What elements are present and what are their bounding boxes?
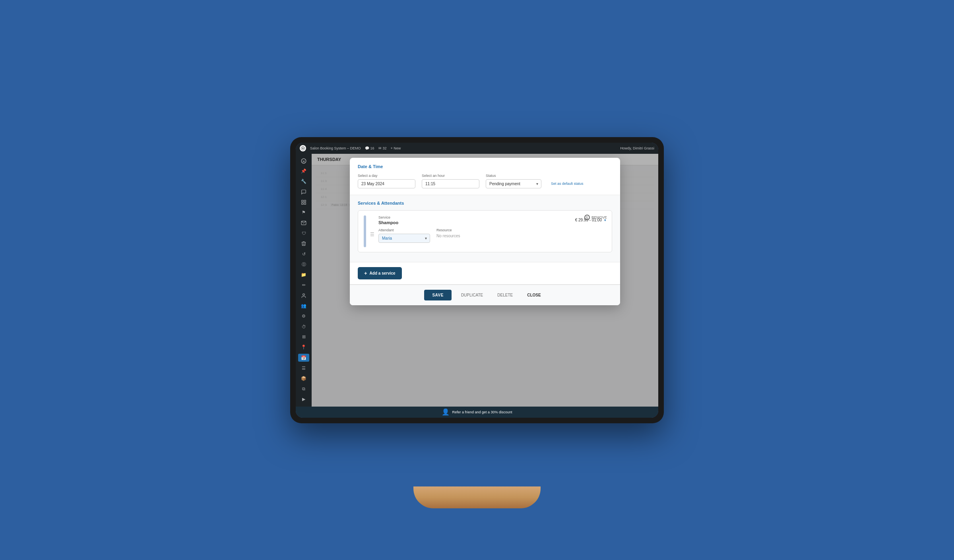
remove-circle-icon: ✕: [584, 215, 590, 220]
svg-text:W: W: [302, 147, 304, 149]
wp-admin-bar: W Salon Booking System – DEMO 💬 16 ✉ 32 …: [296, 143, 658, 154]
sidebar-icon-user[interactable]: [298, 292, 309, 300]
plus-icon: +: [364, 270, 367, 276]
modal-overlay: Date & Time Select a day Select an hour: [312, 154, 658, 407]
sidebar-icon-circle[interactable]: ⓪: [298, 260, 309, 268]
messages-count[interactable]: ✉ 32: [378, 146, 387, 150]
attendant-select[interactable]: Maria Pablo: [378, 234, 430, 243]
add-service-button[interactable]: + Add a service: [358, 267, 402, 279]
delete-button[interactable]: DELETE: [493, 290, 518, 300]
sidebar-icon-settings[interactable]: ⚙: [298, 312, 309, 320]
duplicate-button[interactable]: DUPLICATE: [456, 290, 488, 300]
service-color-bar: [364, 215, 366, 247]
resource-group: Resource No resources: [436, 228, 460, 243]
svg-rect-5: [304, 200, 306, 202]
status-select[interactable]: Pending payment Confirmed Cancelled: [486, 179, 541, 188]
sidebar-icon-flag[interactable]: ⚑: [298, 209, 309, 217]
sidebar-icon-marker[interactable]: 📍: [298, 343, 309, 351]
sidebar: W 📌 🔧 ⚑ 🛡: [296, 154, 312, 407]
comments-count[interactable]: 💬 16: [365, 146, 374, 150]
wp-logo-icon: W: [300, 145, 306, 151]
new-item[interactable]: + New: [391, 146, 401, 150]
attendant-label: Attendant: [378, 228, 430, 232]
select-day-label: Select a day: [358, 174, 415, 178]
set-default-link[interactable]: Set as default status: [551, 182, 584, 186]
drag-handle-icon[interactable]: ☰: [370, 232, 374, 237]
select-day-input[interactable]: [358, 179, 415, 188]
sidebar-icon-comments[interactable]: [298, 188, 309, 196]
service-card: ☰ Service Shampoo €: [358, 210, 612, 252]
sidebar-icon-clock[interactable]: ⏱: [298, 323, 309, 331]
select-day-group: Select a day: [358, 174, 415, 188]
sidebar-icon-table[interactable]: ⊞: [298, 333, 309, 341]
date-time-section: Date & Time Select a day Select an hour: [350, 158, 620, 195]
sidebar-icon-box[interactable]: 📦: [298, 374, 309, 382]
howdy-text: Howdy, Dimitri Grassi: [620, 146, 654, 150]
sidebar-icon-copy[interactable]: ⧉: [298, 385, 309, 393]
resource-value: No resources: [436, 234, 460, 238]
attendant-group: Attendant Maria Pablo: [378, 228, 430, 243]
sidebar-icon-pin[interactable]: 📌: [298, 167, 309, 175]
sidebar-icon-refresh[interactable]: ↺: [298, 250, 309, 258]
status-label: Status: [486, 174, 541, 178]
service-name: Shampoo: [378, 220, 398, 225]
modal-footer: SAVE DUPLICATE DELETE CLOSE: [350, 285, 620, 305]
date-time-title: Date & Time: [358, 164, 612, 169]
sidebar-icon-mail[interactable]: [298, 219, 309, 227]
save-button[interactable]: SAVE: [424, 290, 452, 300]
add-service-section: + Add a service: [350, 262, 620, 285]
select-hour-group: Select an hour: [422, 174, 479, 188]
site-name[interactable]: Salon Booking System – DEMO: [310, 146, 361, 150]
services-section: Services & Attendants ☰ S: [350, 195, 620, 262]
sidebar-icon-pencil[interactable]: ✏: [298, 281, 309, 289]
status-group: Status Pending payment Confirmed Cancell…: [486, 174, 541, 188]
sidebar-icon-folder[interactable]: 📁: [298, 271, 309, 279]
svg-rect-7: [304, 203, 306, 204]
attendant-resource-row: Attendant Maria Pablo: [378, 228, 606, 243]
service-details: Service Shampoo € 29.99 - 01:00 ▾: [378, 215, 606, 243]
close-button[interactable]: CLOSE: [522, 290, 545, 300]
svg-rect-6: [302, 203, 303, 204]
resource-label: Resource: [436, 228, 460, 232]
refer-icon: 👤: [442, 408, 450, 416]
refer-bar[interactable]: 👤 Refer a friend and get a 30% discount: [296, 407, 658, 418]
sidebar-icon-wp[interactable]: W: [298, 157, 309, 165]
svg-text:W: W: [302, 160, 305, 162]
sidebar-icon-users[interactable]: 👥: [298, 302, 309, 310]
sidebar-icon-grid[interactable]: [298, 198, 309, 206]
services-title: Services & Attendants: [358, 201, 612, 205]
service-label: Service: [378, 215, 398, 219]
sidebar-icon-wrench[interactable]: 🔧: [298, 178, 309, 186]
svg-rect-4: [302, 200, 303, 202]
select-hour-input[interactable]: [422, 179, 479, 188]
sidebar-icon-trash[interactable]: [298, 240, 309, 248]
svg-point-9: [303, 293, 305, 295]
select-hour-label: Select an hour: [422, 174, 479, 178]
sidebar-icon-play[interactable]: ▶: [298, 395, 309, 403]
refer-bar-text: Refer a friend and get a 30% discount: [452, 410, 512, 414]
sidebar-icon-list[interactable]: ☰: [298, 364, 309, 372]
remove-button[interactable]: ✕ REMOVE: [584, 215, 607, 220]
sidebar-icon-shield[interactable]: 🛡: [298, 229, 309, 237]
calendar-area: THURSDAY 11:1 11:3 11:4 12:1 12:3 Pablo:…: [312, 154, 658, 407]
booking-modal: Date & Time Select a day Select an hour: [350, 158, 620, 305]
sidebar-icon-calendar[interactable]: 📅: [298, 354, 309, 362]
